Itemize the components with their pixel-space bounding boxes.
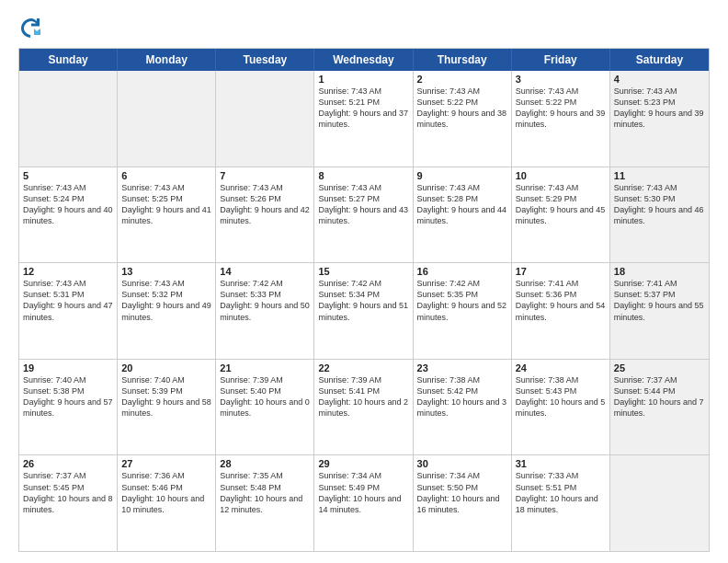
day-number: 14	[220, 266, 310, 277]
day-info: Sunrise: 7:39 AM Sunset: 5:41 PM Dayligh…	[318, 374, 408, 419]
day-number: 4	[614, 74, 705, 85]
calendar-row-3: 19Sunrise: 7:40 AM Sunset: 5:38 PM Dayli…	[19, 359, 709, 455]
calendar-cell: 6Sunrise: 7:43 AM Sunset: 5:25 PM Daylig…	[118, 167, 216, 263]
header-day-friday: Friday	[512, 49, 610, 71]
calendar-row-1: 5Sunrise: 7:43 AM Sunset: 5:24 PM Daylig…	[19, 167, 709, 263]
day-number: 15	[318, 266, 408, 277]
calendar-cell: 22Sunrise: 7:39 AM Sunset: 5:41 PM Dayli…	[314, 360, 413, 455]
day-number: 24	[516, 362, 606, 373]
day-info: Sunrise: 7:33 AM Sunset: 5:51 PM Dayligh…	[516, 470, 606, 515]
header-day-saturday: Saturday	[610, 49, 709, 71]
day-number: 1	[318, 74, 408, 85]
calendar-cell: 12Sunrise: 7:43 AM Sunset: 5:31 PM Dayli…	[19, 263, 118, 359]
calendar-cell: 25Sunrise: 7:37 AM Sunset: 5:44 PM Dayli…	[610, 360, 709, 455]
header-day-thursday: Thursday	[414, 49, 512, 71]
day-info: Sunrise: 7:43 AM Sunset: 5:21 PM Dayligh…	[318, 86, 408, 131]
day-number: 23	[417, 362, 507, 373]
header	[18, 15, 710, 40]
day-info: Sunrise: 7:43 AM Sunset: 5:31 PM Dayligh…	[23, 278, 113, 323]
day-info: Sunrise: 7:43 AM Sunset: 5:24 PM Dayligh…	[23, 182, 113, 227]
calendar-cell: 16Sunrise: 7:42 AM Sunset: 5:35 PM Dayli…	[414, 263, 512, 359]
day-number: 7	[220, 170, 310, 181]
calendar-cell: 3Sunrise: 7:43 AM Sunset: 5:22 PM Daylig…	[512, 71, 610, 167]
logo-icon	[18, 15, 44, 40]
day-info: Sunrise: 7:38 AM Sunset: 5:42 PM Dayligh…	[417, 374, 507, 419]
calendar-cell: 26Sunrise: 7:37 AM Sunset: 5:45 PM Dayli…	[19, 455, 118, 551]
calendar-cell: 4Sunrise: 7:43 AM Sunset: 5:23 PM Daylig…	[610, 71, 709, 167]
calendar-row-0: 1Sunrise: 7:43 AM Sunset: 5:21 PM Daylig…	[19, 71, 709, 167]
logo	[18, 15, 48, 40]
calendar-cell: 27Sunrise: 7:36 AM Sunset: 5:46 PM Dayli…	[118, 455, 216, 551]
page: SundayMondayTuesdayWednesdayThursdayFrid…	[0, 0, 728, 563]
header-day-tuesday: Tuesday	[216, 49, 314, 71]
header-day-sunday: Sunday	[19, 49, 118, 71]
calendar-cell: 17Sunrise: 7:41 AM Sunset: 5:36 PM Dayli…	[512, 263, 610, 359]
day-number: 20	[121, 362, 211, 373]
day-number: 5	[23, 170, 113, 181]
day-info: Sunrise: 7:34 AM Sunset: 5:49 PM Dayligh…	[318, 470, 408, 515]
calendar-cell: 10Sunrise: 7:43 AM Sunset: 5:29 PM Dayli…	[512, 167, 610, 263]
day-info: Sunrise: 7:42 AM Sunset: 5:33 PM Dayligh…	[220, 278, 310, 323]
calendar-cell: 7Sunrise: 7:43 AM Sunset: 5:26 PM Daylig…	[216, 167, 314, 263]
calendar: SundayMondayTuesdayWednesdayThursdayFrid…	[18, 48, 710, 552]
calendar-cell: 28Sunrise: 7:35 AM Sunset: 5:48 PM Dayli…	[216, 455, 314, 551]
day-info: Sunrise: 7:40 AM Sunset: 5:39 PM Dayligh…	[121, 374, 211, 419]
calendar-cell: 21Sunrise: 7:39 AM Sunset: 5:40 PM Dayli…	[216, 360, 314, 455]
calendar-cell: 2Sunrise: 7:43 AM Sunset: 5:22 PM Daylig…	[414, 71, 512, 167]
day-info: Sunrise: 7:43 AM Sunset: 5:26 PM Dayligh…	[220, 182, 310, 227]
day-info: Sunrise: 7:36 AM Sunset: 5:46 PM Dayligh…	[121, 470, 211, 515]
calendar-cell: 29Sunrise: 7:34 AM Sunset: 5:49 PM Dayli…	[314, 455, 413, 551]
day-number: 29	[318, 458, 408, 469]
day-number: 25	[614, 362, 705, 373]
day-info: Sunrise: 7:43 AM Sunset: 5:28 PM Dayligh…	[417, 182, 507, 227]
calendar-cell: 30Sunrise: 7:34 AM Sunset: 5:50 PM Dayli…	[414, 455, 512, 551]
calendar-row-4: 26Sunrise: 7:37 AM Sunset: 5:45 PM Dayli…	[19, 454, 709, 551]
day-number: 30	[417, 458, 507, 469]
day-info: Sunrise: 7:38 AM Sunset: 5:43 PM Dayligh…	[516, 374, 606, 419]
day-number: 8	[318, 170, 408, 181]
day-number: 10	[516, 170, 606, 181]
day-info: Sunrise: 7:43 AM Sunset: 5:30 PM Dayligh…	[614, 182, 705, 227]
day-info: Sunrise: 7:43 AM Sunset: 5:32 PM Dayligh…	[121, 278, 211, 323]
calendar-cell: 1Sunrise: 7:43 AM Sunset: 5:21 PM Daylig…	[314, 71, 413, 167]
calendar-cell: 18Sunrise: 7:41 AM Sunset: 5:37 PM Dayli…	[610, 263, 709, 359]
calendar-row-2: 12Sunrise: 7:43 AM Sunset: 5:31 PM Dayli…	[19, 262, 709, 359]
day-info: Sunrise: 7:43 AM Sunset: 5:22 PM Dayligh…	[516, 86, 606, 131]
calendar-cell: 8Sunrise: 7:43 AM Sunset: 5:27 PM Daylig…	[314, 167, 413, 263]
day-number: 13	[121, 266, 211, 277]
day-number: 31	[516, 458, 606, 469]
calendar-cell: 13Sunrise: 7:43 AM Sunset: 5:32 PM Dayli…	[118, 263, 216, 359]
day-info: Sunrise: 7:39 AM Sunset: 5:40 PM Dayligh…	[220, 374, 310, 419]
header-day-wednesday: Wednesday	[314, 49, 413, 71]
day-number: 12	[23, 266, 113, 277]
calendar-cell	[118, 71, 216, 167]
day-number: 6	[121, 170, 211, 181]
day-number: 19	[23, 362, 113, 373]
day-info: Sunrise: 7:34 AM Sunset: 5:50 PM Dayligh…	[417, 470, 507, 515]
calendar-cell: 14Sunrise: 7:42 AM Sunset: 5:33 PM Dayli…	[216, 263, 314, 359]
day-info: Sunrise: 7:42 AM Sunset: 5:34 PM Dayligh…	[318, 278, 408, 323]
day-info: Sunrise: 7:43 AM Sunset: 5:23 PM Dayligh…	[614, 86, 705, 131]
calendar-cell: 11Sunrise: 7:43 AM Sunset: 5:30 PM Dayli…	[610, 167, 709, 263]
day-info: Sunrise: 7:40 AM Sunset: 5:38 PM Dayligh…	[23, 374, 113, 419]
calendar-cell	[216, 71, 314, 167]
day-info: Sunrise: 7:35 AM Sunset: 5:48 PM Dayligh…	[220, 470, 310, 515]
calendar-header: SundayMondayTuesdayWednesdayThursdayFrid…	[19, 49, 709, 71]
calendar-cell: 20Sunrise: 7:40 AM Sunset: 5:39 PM Dayli…	[118, 360, 216, 455]
day-number: 9	[417, 170, 507, 181]
day-number: 2	[417, 74, 507, 85]
day-info: Sunrise: 7:43 AM Sunset: 5:27 PM Dayligh…	[318, 182, 408, 227]
header-day-monday: Monday	[118, 49, 216, 71]
day-number: 22	[318, 362, 408, 373]
day-number: 27	[121, 458, 211, 469]
day-number: 11	[614, 170, 705, 181]
day-number: 18	[614, 266, 705, 277]
day-number: 26	[23, 458, 113, 469]
day-info: Sunrise: 7:43 AM Sunset: 5:25 PM Dayligh…	[121, 182, 211, 227]
calendar-body: 1Sunrise: 7:43 AM Sunset: 5:21 PM Daylig…	[19, 71, 709, 551]
day-info: Sunrise: 7:41 AM Sunset: 5:36 PM Dayligh…	[516, 278, 606, 323]
day-info: Sunrise: 7:37 AM Sunset: 5:44 PM Dayligh…	[614, 374, 705, 419]
day-number: 16	[417, 266, 507, 277]
day-number: 17	[516, 266, 606, 277]
day-number: 21	[220, 362, 310, 373]
